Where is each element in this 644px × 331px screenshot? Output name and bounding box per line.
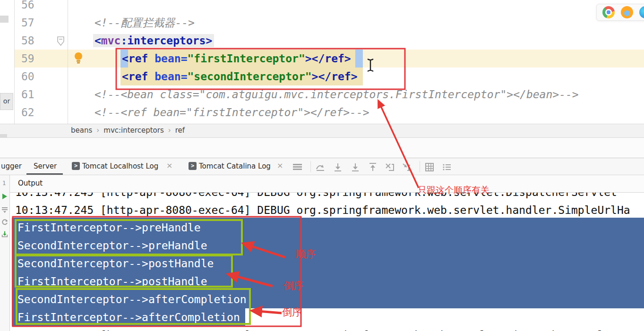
open-in-browser-popup (596, 4, 644, 21)
fold-marker-icon[interactable] (56, 36, 66, 47)
editor-line-61: 61<!--<bean class="com.atguigu.mvc.inter… (0, 85, 644, 103)
log-line: 10:13:47.245 [http-apr-8080-exec-64] DEB… (15, 201, 630, 219)
ide-screenshot: { "editor": { "lines": [ {"num":"56","in… (0, 0, 644, 331)
line-number: 60 (21, 68, 34, 85)
gutter-badge: 1 (2, 180, 6, 187)
log-line-clipped: 10:13:47.245 [http-apr-8080-exec-64] DEB… (15, 193, 617, 201)
console-icon: > (72, 162, 80, 170)
close-icon[interactable]: × (277, 161, 283, 170)
tab-tomcat-catalina-log[interactable]: Tomcat Catalina Log (199, 162, 271, 170)
intention-bulb-icon[interactable] (74, 52, 84, 65)
scroll-to-end-icon[interactable] (1, 230, 9, 238)
edge-icon[interactable] (639, 6, 644, 18)
editor-pane[interactable]: 5657<!--配置拦截器-->58<mvc:interceptors>59<r… (0, 0, 644, 124)
filter-lines-icon[interactable] (441, 161, 453, 173)
code-text: <!--<ref bean="firstInterceptor"></ref>-… (94, 103, 369, 121)
toolbar-divider (420, 161, 420, 172)
console-selected-line: FirstInterceptor-->postHandle (17, 272, 207, 290)
restore-layout-icon[interactable] (1, 219, 9, 226)
editor-line-57: 57<!--配置拦截器--> (0, 14, 644, 32)
firefox-icon[interactable] (621, 6, 633, 18)
tab-tomcat-localhost-log[interactable]: Tomcat Localhost Log (82, 162, 158, 170)
clear-output-icon[interactable] (384, 161, 395, 173)
code-text: <ref bean="firstInterceptor"></ref> (122, 50, 351, 68)
scroll-to-caret-icon[interactable] (401, 161, 412, 173)
line-number: 56 (21, 0, 34, 14)
close-icon[interactable]: × (166, 161, 172, 170)
text-cursor-pointer (366, 58, 375, 73)
log-line-bottom-clipped: 10:13:47.246 [http-apr-8080-exec-64] DEB… (15, 326, 617, 331)
editor-line-62: 62<!--<ref bean="firstInterceptor"></ref… (0, 103, 644, 121)
hamburger-menu-icon[interactable] (293, 164, 302, 170)
annotation-order: 顺序 (296, 247, 316, 261)
output-header: Output (10, 175, 644, 193)
output-tab-label[interactable]: Output (18, 179, 43, 187)
editor-line-60: 60<ref bean="secondInterceptor"></ref> (0, 68, 644, 85)
code-text: <!--<bean class="com.atguigu.mvc.interce… (94, 85, 579, 103)
splitter-band[interactable] (0, 138, 644, 158)
breadcrumb-bar: beans›mvc:interceptors›ref (0, 124, 644, 138)
toolbar-divider (310, 161, 311, 172)
chevron-right-icon: › (96, 126, 99, 135)
down-arrow-bar-icon-2[interactable] (350, 161, 361, 173)
editor-line-58: 58<mvc:interceptors> (0, 32, 644, 50)
down-arrow-bar-icon[interactable] (332, 161, 343, 173)
breadcrumb[interactable]: beans›mvc:interceptors›ref (71, 126, 185, 135)
skip-arrow-icon[interactable] (315, 161, 326, 173)
annotation-top-note: 只跟这个顺序有关 (418, 184, 489, 196)
code-text: <ref bean="secondInterceptor"></ref> (122, 68, 358, 85)
annotation-reverse-2: 倒序 (282, 306, 302, 319)
editor-line-59: 59<ref bean="firstInterceptor"></ref> (0, 50, 644, 68)
breadcrumb-item[interactable]: ref (175, 126, 185, 135)
line-number: 57 (21, 14, 34, 32)
up-arrow-bar-icon[interactable] (367, 161, 378, 173)
active-tab-underline (26, 173, 63, 175)
console-selected-line: FirstInterceptor-->preHandle (17, 219, 201, 237)
annotation-reverse-1: 倒序 (283, 279, 303, 292)
rerun-icon[interactable] (1, 193, 9, 200)
run-toolwindow-tabbar: ugger Server > Tomcat Localhost Log × > … (0, 158, 644, 175)
console-icon: > (189, 162, 197, 170)
soft-wrap-grid-icon[interactable] (424, 161, 435, 173)
breadcrumb-item[interactable]: beans (71, 126, 92, 135)
line-number: 58 (21, 32, 34, 50)
chevron-right-icon: › (168, 126, 171, 135)
console-selected-line: SecondInterceptor-->afterCompletion (17, 290, 247, 308)
code-text: <mvc:interceptors> (94, 32, 212, 50)
console-selected-line: SecondInterceptor-->postHandle (17, 255, 214, 272)
code-text: <!--配置拦截器--> (94, 14, 195, 32)
tab-server[interactable]: Server (34, 162, 57, 170)
tab-debugger-partial[interactable]: ugger (1, 162, 22, 170)
toolwindow-stripe-fragment[interactable]: or (0, 93, 13, 110)
chrome-icon[interactable] (602, 6, 615, 18)
line-number: 62 (21, 103, 34, 121)
line-number: 59 (21, 50, 34, 68)
editor-line-56: 56 (0, 0, 644, 14)
console-selected-line: SecondInterceptor-->preHandle (17, 237, 207, 255)
stack-lines-icon[interactable] (1, 206, 9, 213)
console-selected-line: FirstInterceptor-->afterCompletion (17, 308, 240, 326)
console-left-toolbar: 1 (0, 175, 10, 331)
breadcrumb-item[interactable]: mvc:interceptors (103, 126, 163, 135)
console-output[interactable]: 10:13:47.245 [http-apr-8080-exec-64] DEB… (10, 193, 644, 331)
line-number: 61 (21, 85, 34, 103)
